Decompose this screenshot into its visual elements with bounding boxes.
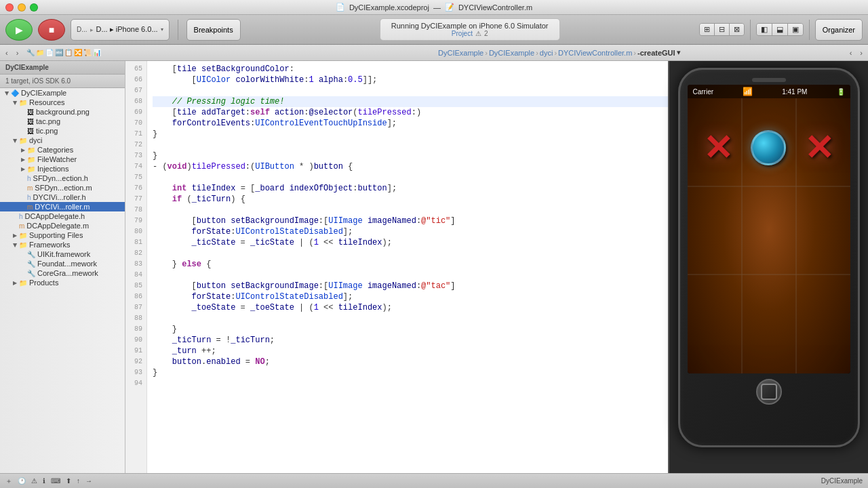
sidebar-item-dyci[interactable]: ▶ 📁 dyci <box>0 136 125 145</box>
view-nav[interactable]: ◧ <box>757 24 772 35</box>
breadcrumb-method[interactable]: -createGUI <box>637 49 675 57</box>
sidebar-item-resources[interactable]: ▶ 📁 Resources <box>0 98 125 107</box>
breadcrumb-file[interactable]: DYCIViewController.m <box>558 49 632 57</box>
sidebar-item-dyciexample[interactable]: ▶ 🔷 DyCIExample <box>0 88 125 98</box>
chevron-fw-icon: ▶ <box>19 157 27 163</box>
sidebar-item-injections[interactable]: ▶ 📁 Injections <box>0 164 125 174</box>
info-icon[interactable]: ℹ <box>43 477 45 485</box>
framework-icon: 🔧 <box>27 251 35 258</box>
cell-2-1[interactable] <box>745 281 793 367</box>
breadcrumb-dyciexample2[interactable]: DyCIExample <box>489 49 534 57</box>
sidebar: DyCIExample 1 target, iOS SDK 6.0 ▶ 🔷 Dy… <box>0 61 125 473</box>
sidebar-item-sfdynh[interactable]: ▶ h SFDyn...ection.h <box>0 174 125 183</box>
sidebar-item-foundation[interactable]: ▶ 🔧 Foundat...mework <box>0 259 125 268</box>
sidebar-item-tic[interactable]: ▶ 🖼 tic.png <box>0 126 125 136</box>
scheme-selector[interactable]: D... ▸ D... ▸ iPhone 6.0... ▾ <box>71 19 170 41</box>
folder-fw2-icon: 📁 <box>19 241 27 249</box>
sidebar-item-background[interactable]: ▶ 🖼 background.png <box>0 107 125 117</box>
code-line-84 <box>153 270 668 281</box>
code-line-78 <box>153 205 668 216</box>
cell-1-0[interactable] <box>694 193 743 279</box>
maximize-button[interactable] <box>30 3 38 12</box>
code-line-76: int tileIndex = [_board indexOfObject:bu… <box>153 183 668 194</box>
arrow-up-icon[interactable]: ↑ <box>77 477 80 485</box>
editor-segment[interactable]: ⊞ ⊟ ⊠ <box>699 23 745 36</box>
source-icon3: m <box>19 222 24 230</box>
forward-button[interactable]: › <box>14 49 22 57</box>
code-line-92: button.enabled = NO; <box>153 357 668 367</box>
title-bar: 📄 DyCIExample.xcodeproj — 📝 DYCIViewCont… <box>0 0 868 15</box>
close-button[interactable] <box>5 3 14 12</box>
sidebar-item-frameworks[interactable]: ▶ 📁 Frameworks <box>0 240 125 249</box>
nav-right-buttons: ‹ › <box>847 49 865 57</box>
run-button[interactable]: ▶ <box>5 19 33 41</box>
sidebar-item-supporting[interactable]: ▶ 📁 Supporting Files <box>0 230 125 240</box>
sidebar-item-coregraphics[interactable]: ▶ 🔧 CoreGra...mework <box>0 268 125 278</box>
header-icon3: h <box>19 213 23 220</box>
back-button[interactable]: ‹ <box>3 49 11 57</box>
cell-0-1[interactable] <box>745 105 793 190</box>
warning-icon[interactable]: ⚠ <box>31 477 37 485</box>
o-piece <box>751 130 786 165</box>
organizer-button[interactable]: Organizer <box>815 19 863 41</box>
iphone-status-bar: Carrier 📶 1:41 PM 🔋 <box>688 85 850 98</box>
sidebar-item-uikit[interactable]: ▶ 🔧 UIKit.framework <box>0 249 125 259</box>
chevron-sup-icon: ▶ <box>11 232 19 239</box>
sidebar-item-dcappm[interactable]: ▶ m DCAppDelegate.m <box>0 221 125 230</box>
sidebar-item-sfdynm[interactable]: ▶ m SFDyn...ection.m <box>0 183 125 192</box>
sidebar-item-products[interactable]: ▶ 📁 Products <box>0 278 125 287</box>
nav-prev[interactable]: ‹ <box>847 49 855 57</box>
x-piece: ✕ <box>703 130 733 165</box>
sidebar-item-dcapph[interactable]: ▶ h DCAppDelegate.h <box>0 211 125 221</box>
add-icon[interactable]: ＋ <box>5 476 12 486</box>
code-line-72 <box>153 140 668 150</box>
sidebar-item-dycivim[interactable]: ▶ m DYCIVi...roller.m <box>0 202 125 211</box>
terminal-icon[interactable]: ⌨ <box>51 477 60 485</box>
arrow-right-icon[interactable]: → <box>85 477 92 485</box>
battery-icon: 🔋 <box>837 88 845 96</box>
code-container[interactable]: 65 66 67 68 69 70 71 72 73 74 75 76 77 7… <box>125 61 668 473</box>
stop-button[interactable]: ■ <box>38 19 65 41</box>
sidebar-item-filewatcher[interactable]: ▶ 📁 FileWatcher <box>0 155 125 164</box>
home-button[interactable] <box>756 379 782 405</box>
code-line-74: - (void)tilePressed:(UIButton * )button … <box>153 161 668 172</box>
breadcrumb-dyci[interactable]: dyci <box>540 49 553 57</box>
source-icon: m <box>27 184 33 192</box>
clock-icon[interactable]: 🕐 <box>18 477 26 485</box>
cell-1-2[interactable] <box>795 193 844 279</box>
breakpoints-button[interactable]: Breakpoints <box>186 19 241 41</box>
folder-inj-icon: 📁 <box>27 165 35 173</box>
iphone-screen[interactable]: Carrier 📶 1:41 PM 🔋 <box>688 85 850 373</box>
cell-2-0[interactable] <box>694 281 743 367</box>
chevron-icon: ▶ <box>12 98 18 106</box>
cell-1-1[interactable] <box>745 193 793 279</box>
sidebar-item-dycivih[interactable]: ▶ h DYCIVi...roller.h <box>0 192 125 202</box>
upload-icon[interactable]: ⬆ <box>66 477 71 485</box>
chevron-prod-icon: ▶ <box>11 280 19 286</box>
sidebar-item-tac[interactable]: ▶ 🖼 tac.png <box>0 117 125 126</box>
cell-0-0[interactable]: ✕ <box>694 105 743 190</box>
view-segment[interactable]: ◧ ⬓ ▣ <box>756 23 804 36</box>
home-button-inner <box>761 384 777 400</box>
breadcrumb-dyciexample[interactable]: DyCIExample <box>438 49 484 57</box>
minimize-button[interactable] <box>18 3 26 12</box>
cell-0-2[interactable]: ✕ <box>795 105 844 190</box>
sidebar-item-categories[interactable]: ▶ 📁 Categories <box>0 145 125 155</box>
nav-next[interactable]: › <box>857 49 865 57</box>
project-link[interactable]: Project <box>452 30 473 37</box>
toolbar-separator-1 <box>178 20 178 40</box>
chevron-down-icon: ▶ <box>4 89 10 97</box>
view-utilities[interactable]: ▣ <box>788 24 803 35</box>
code-line-75 <box>153 172 668 183</box>
game-grid[interactable]: ✕ ✕ <box>688 98 850 373</box>
window-controls[interactable] <box>5 3 38 12</box>
editor-standard[interactable]: ⊞ <box>700 24 715 35</box>
project-icon: 🔷 <box>11 89 19 97</box>
code-body[interactable]: [tile setBackgroundColor: [UIColor color… <box>147 61 668 473</box>
cell-2-2[interactable] <box>795 281 844 367</box>
view-debug[interactable]: ⬓ <box>772 24 788 35</box>
folder-dyci-icon: 📁 <box>19 137 27 144</box>
editor-assistant[interactable]: ⊟ <box>715 24 730 35</box>
editor-version[interactable]: ⊠ <box>730 24 744 35</box>
code-line-66: [UIColor colorWithWhite:1 alpha:0.5]]; <box>153 75 668 85</box>
